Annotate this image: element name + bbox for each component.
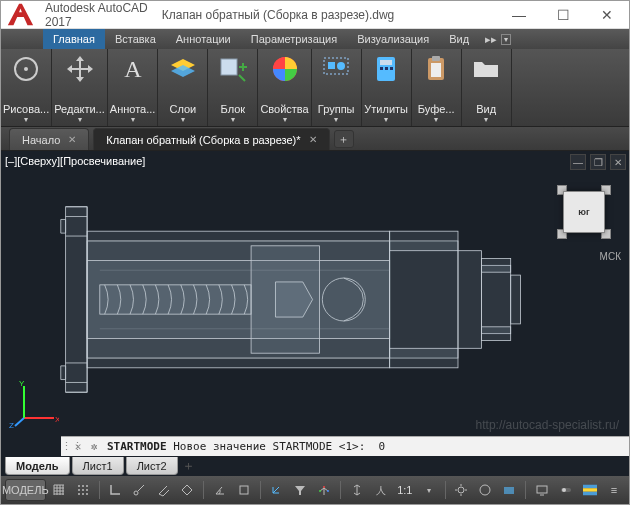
- clipboard-icon: [420, 53, 452, 85]
- ribbon-tabs: Главная Вставка Аннотации Параметризация…: [1, 29, 629, 49]
- svg-rect-10: [380, 67, 383, 70]
- autocad-logo-icon[interactable]: [1, 1, 39, 29]
- viewport-close-icon[interactable]: ✕: [610, 154, 626, 170]
- status-model-button[interactable]: МОДЕЛЬ: [5, 479, 46, 501]
- view-cube[interactable]: юг: [549, 177, 619, 247]
- view-panel[interactable]: Вид ▾: [462, 49, 512, 126]
- groups-panel[interactable]: Группы ▾: [312, 49, 362, 126]
- block-panel[interactable]: Блок ▾: [208, 49, 258, 126]
- svg-rect-27: [481, 265, 510, 333]
- layers-panel[interactable]: Слои ▾: [158, 49, 208, 126]
- doc-tab-model[interactable]: Клапан обратный (Сборка в разрезе)*✕: [93, 128, 329, 150]
- titlebar: Autodesk AutoCAD 2017 Клапан обратный (С…: [1, 1, 629, 29]
- drawing-canvas[interactable]: [–][Сверху][Просвечивание] — ❐ ✕ юг МСК: [1, 151, 629, 476]
- svg-point-53: [82, 489, 84, 491]
- viewcube-face[interactable]: юг: [563, 191, 605, 233]
- document-tabs: Начало✕ Клапан обратный (Сборка в разрез…: [1, 127, 629, 151]
- layout-tab-sheet1[interactable]: Лист1: [72, 457, 124, 475]
- layers-icon: [167, 53, 199, 85]
- close-button[interactable]: ✕: [585, 1, 629, 29]
- properties-panel[interactable]: Свойства ▾: [258, 49, 311, 126]
- svg-text:A: A: [124, 56, 142, 82]
- isoplane-toggle-icon[interactable]: [152, 479, 174, 501]
- svg-text:Z: Z: [9, 421, 14, 428]
- layout-tab-model[interactable]: Модель: [5, 457, 70, 475]
- edit-panel[interactable]: Редакти... ▾: [52, 49, 108, 126]
- svg-rect-20: [100, 285, 251, 314]
- viewport-label[interactable]: [–][Сверху][Просвечивание]: [5, 155, 145, 167]
- tab-view[interactable]: Вид: [439, 29, 479, 49]
- viewport-minimize-icon[interactable]: —: [570, 154, 586, 170]
- doc-tab-start[interactable]: Начало✕: [9, 128, 89, 150]
- osnap3d-toggle-icon[interactable]: [233, 479, 255, 501]
- svg-point-52: [78, 489, 80, 491]
- cmd-close-icon[interactable]: ✕: [71, 440, 85, 453]
- svg-point-51: [86, 485, 88, 487]
- svg-point-61: [319, 490, 321, 492]
- svg-point-49: [78, 485, 80, 487]
- ribbon-collapse-controls[interactable]: ▸▸ ▾: [485, 29, 511, 49]
- svg-point-60: [323, 486, 325, 488]
- svg-rect-6: [328, 62, 335, 69]
- color-wheel-icon: [269, 53, 301, 85]
- layout-tab-sheet2[interactable]: Лист2: [126, 457, 178, 475]
- cmd-options-icon[interactable]: ✲: [85, 440, 103, 453]
- slider-toggle-icon[interactable]: [555, 479, 577, 501]
- osnap-toggle-icon[interactable]: [176, 479, 198, 501]
- render-icon[interactable]: [474, 479, 496, 501]
- minimize-button[interactable]: —: [497, 1, 541, 29]
- cmd-grip-icon[interactable]: ⋮⋮: [61, 440, 71, 453]
- anno-toggle-icon[interactable]: 人: [370, 479, 392, 501]
- cmd-prompt: Новое значение STARTMODE <1>:: [173, 440, 365, 453]
- ortho-toggle-icon[interactable]: [104, 479, 126, 501]
- svg-rect-25: [390, 348, 458, 368]
- maximize-button[interactable]: ☐: [541, 1, 585, 29]
- monitor-icon[interactable]: [531, 479, 553, 501]
- grid-toggle-icon[interactable]: [48, 479, 70, 501]
- command-line[interactable]: ⋮⋮ ✕ ✲ STARTMODE Новое значение STARTMOD…: [61, 436, 629, 456]
- svg-point-54: [86, 489, 88, 491]
- utilities-panel[interactable]: Утилиты ▾: [362, 49, 412, 126]
- svg-rect-75: [583, 485, 597, 489]
- viewport-restore-icon[interactable]: ❐: [590, 154, 606, 170]
- angle-toggle-icon[interactable]: [209, 479, 231, 501]
- polar-toggle-icon[interactable]: [128, 479, 150, 501]
- viewport-controls: — ❐ ✕: [570, 154, 626, 170]
- tab-insert[interactable]: Вставка: [105, 29, 166, 49]
- svg-rect-28: [481, 259, 510, 273]
- svg-rect-14: [432, 56, 440, 61]
- filter-toggle-icon[interactable]: [289, 479, 311, 501]
- gear-icon[interactable]: [450, 479, 472, 501]
- svg-point-7: [337, 62, 345, 70]
- clipboard-panel[interactable]: Буфе... ▾: [412, 49, 462, 126]
- annotate-panel[interactable]: A Аннота... ▾: [108, 49, 159, 126]
- customize-status-icon[interactable]: ≡: [603, 479, 625, 501]
- flag-icon[interactable]: [579, 479, 601, 501]
- dynamic-ucs-icon[interactable]: [265, 479, 287, 501]
- draw-panel[interactable]: Рисова... ▾: [1, 49, 52, 126]
- status-bar: МОДЕЛЬ 人 1:1 ▾ ≡: [1, 476, 629, 504]
- move-icon: [64, 53, 96, 85]
- svg-rect-23: [390, 241, 458, 358]
- annoscale-icon[interactable]: [346, 479, 368, 501]
- tab-parametric[interactable]: Параметризация: [241, 29, 347, 49]
- ucs-icon[interactable]: X Y Z: [9, 378, 59, 428]
- scale-display[interactable]: 1:1: [394, 479, 416, 501]
- add-layout-button[interactable]: ＋: [180, 458, 198, 474]
- block-insert-icon: [217, 53, 249, 85]
- scale-chevron-icon[interactable]: ▾: [418, 479, 440, 501]
- wcs-label[interactable]: МСК: [600, 251, 621, 262]
- gizmo-toggle-icon[interactable]: [313, 479, 335, 501]
- app-window: Autodesk AutoCAD 2017 Клапан обратный (С…: [0, 0, 630, 505]
- tab-annotate[interactable]: Аннотации: [166, 29, 241, 49]
- snap-toggle-icon[interactable]: [72, 479, 94, 501]
- visual-style-icon[interactable]: [498, 479, 520, 501]
- tab-visualize[interactable]: Визуализация: [347, 29, 439, 49]
- tab-close-icon[interactable]: ✕: [68, 134, 76, 145]
- tab-close-icon[interactable]: ✕: [309, 134, 317, 145]
- svg-point-74: [562, 488, 566, 492]
- add-tab-button[interactable]: ＋: [334, 130, 354, 148]
- svg-point-56: [82, 493, 84, 495]
- svg-rect-16: [66, 207, 87, 392]
- tab-home[interactable]: Главная: [43, 29, 105, 49]
